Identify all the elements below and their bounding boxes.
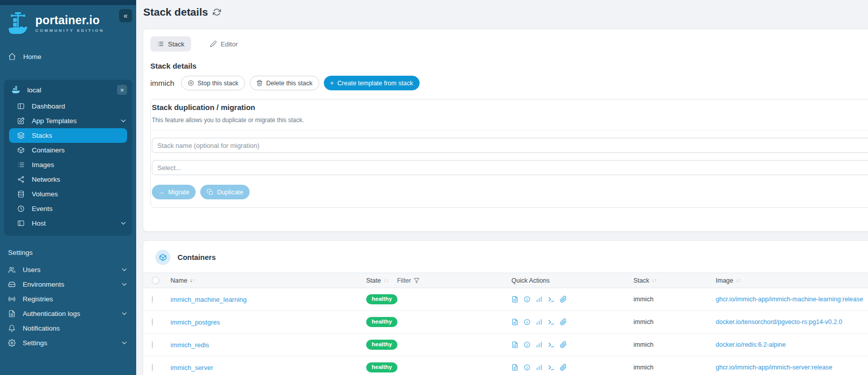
attach-icon[interactable] <box>560 341 567 348</box>
refresh-icon[interactable] <box>213 8 221 16</box>
sidebar-collapse-button[interactable]: « <box>119 9 132 22</box>
gear-icon <box>8 339 16 347</box>
containers-widget-icon-wrap <box>155 250 170 265</box>
migrate-button[interactable]: → Migrate <box>152 185 196 199</box>
radio-icon <box>8 295 16 303</box>
sidebar-item-volumes[interactable]: Volumes <box>4 187 132 201</box>
sidebar-item-environments[interactable]: Environments <box>0 277 136 292</box>
sidebar-item-images[interactable]: Images <box>4 157 132 172</box>
inspect-icon[interactable] <box>524 318 531 326</box>
sidebar-item-home[interactable]: Home <box>0 48 136 65</box>
row-checkbox[interactable] <box>152 363 153 371</box>
sidebar-item-label: Images <box>32 161 54 169</box>
duplicate-button[interactable]: Duplicate <box>200 185 250 199</box>
container-name-link[interactable]: immich_machine_learning <box>170 296 247 303</box>
file-text-icon <box>8 310 16 317</box>
attach-icon[interactable] <box>560 296 567 303</box>
quick-actions <box>511 318 633 326</box>
sort-control[interactable]: ↓↑ <box>383 278 388 283</box>
sidebar-item-label: Registries <box>23 295 53 303</box>
sidebar-item-host[interactable]: Host <box>4 216 132 231</box>
stack-cell: immich <box>633 296 716 303</box>
sidebar-item-label: Environments <box>23 281 65 288</box>
state-filter-button[interactable]: Filter <box>397 277 420 284</box>
tab-stack[interactable]: Stack <box>150 36 191 51</box>
console-icon[interactable] <box>548 364 555 371</box>
environment-select[interactable]: Select... <box>152 160 868 175</box>
sort-control[interactable]: ↓↑ <box>190 278 195 283</box>
sidebar-item-events[interactable]: Events <box>4 201 132 216</box>
container-name-link[interactable]: immich_postgres <box>170 318 220 326</box>
console-icon[interactable] <box>548 296 555 303</box>
inspect-icon[interactable] <box>524 341 531 348</box>
layers-icon <box>17 132 25 139</box>
chevron-down-icon <box>121 266 128 274</box>
attach-icon[interactable] <box>560 364 567 371</box>
plus-icon: + <box>330 80 334 87</box>
stats-icon[interactable] <box>536 341 543 348</box>
column-header-state[interactable]: State ↓↑ Filter <box>366 277 511 284</box>
image-link[interactable]: ghcr.io/immich-app/immich-machine-learni… <box>716 296 863 303</box>
image-link[interactable]: docker.io/tensorchord/pgvecto-rs:pg14-v0… <box>716 318 842 326</box>
delete-stack-button[interactable]: Delete this stack <box>250 76 319 90</box>
stop-stack-button[interactable]: Stop this stack <box>181 76 245 90</box>
stack-name-input[interactable] <box>152 138 868 153</box>
sidebar-item-registries[interactable]: Registries <box>0 292 136 306</box>
image-link[interactable]: ghcr.io/immich-app/immich-server:release <box>716 364 832 371</box>
console-icon[interactable] <box>548 341 555 348</box>
logs-icon[interactable] <box>511 364 518 371</box>
container-name-link[interactable]: immich_redis <box>170 341 209 349</box>
sidebar-item-settings[interactable]: Settings <box>0 336 136 350</box>
stats-icon[interactable] <box>536 318 543 326</box>
row-checkbox[interactable] <box>152 341 153 349</box>
hard-drive-icon <box>8 281 16 288</box>
trash-icon <box>256 80 263 86</box>
stats-icon[interactable] <box>536 364 543 371</box>
sidebar-item-label: Host <box>32 220 46 227</box>
logs-icon[interactable] <box>511 341 518 348</box>
logs-icon[interactable] <box>511 318 518 326</box>
pencil-icon <box>210 40 217 47</box>
chevron-down-icon <box>120 220 127 227</box>
quick-actions <box>511 296 633 303</box>
clock-icon <box>17 205 25 212</box>
column-header-stack[interactable]: Stack ↓↑ <box>633 277 716 284</box>
sidebar-item-authentication-logs[interactable]: Authentication logs <box>0 306 136 321</box>
environment-close-button[interactable]: × <box>117 85 127 95</box>
sidebar-item-notifications[interactable]: Notifications <box>0 321 136 336</box>
row-checkbox[interactable] <box>152 318 153 326</box>
sort-control[interactable]: ↓↑ <box>736 278 741 283</box>
logs-icon[interactable] <box>511 296 518 303</box>
create-template-button[interactable]: + Create template from stack <box>324 76 420 90</box>
attach-icon[interactable] <box>560 318 567 326</box>
tab-editor[interactable]: Editor <box>203 36 245 51</box>
database-icon <box>17 190 25 198</box>
sort-control[interactable]: ↓↑ <box>652 278 657 283</box>
sidebar-item-label: Home <box>23 53 41 61</box>
column-header-image[interactable]: Image ↓↑ <box>716 277 868 284</box>
console-icon[interactable] <box>548 318 555 326</box>
sidebar-item-dashboard[interactable]: Dashboard <box>4 99 132 114</box>
sidebar-item-networks[interactable]: Networks <box>4 172 132 187</box>
environment-header[interactable]: local × <box>4 80 132 99</box>
stack-details-card: Stack Editor Stack details immich Stop t… <box>143 29 868 232</box>
container-name-link[interactable]: immich_server <box>170 364 213 371</box>
environment-name: local <box>27 86 111 94</box>
status-badge: healthy <box>366 340 397 350</box>
sidebar-item-containers[interactable]: Containers <box>4 143 132 157</box>
inspect-icon[interactable] <box>524 296 531 303</box>
sidebar-item-label: Stacks <box>32 132 52 139</box>
stats-icon[interactable] <box>536 296 543 303</box>
row-checkbox[interactable] <box>152 295 153 303</box>
stop-circle-icon <box>188 80 194 86</box>
select-all-checkbox[interactable] <box>152 277 159 284</box>
host-icon <box>17 220 25 227</box>
sidebar-item-label: Containers <box>32 146 65 154</box>
sidebar-item-app-templates[interactable]: App Templates <box>4 114 132 128</box>
column-header-name[interactable]: Name ↓↑ <box>170 277 366 284</box>
image-link[interactable]: docker.io/redis:6.2-alpine <box>716 341 786 348</box>
containers-widget-title: Containers <box>178 253 216 261</box>
sidebar-item-users[interactable]: Users <box>0 262 136 277</box>
inspect-icon[interactable] <box>524 364 531 371</box>
sidebar-item-stacks[interactable]: Stacks <box>9 128 127 143</box>
